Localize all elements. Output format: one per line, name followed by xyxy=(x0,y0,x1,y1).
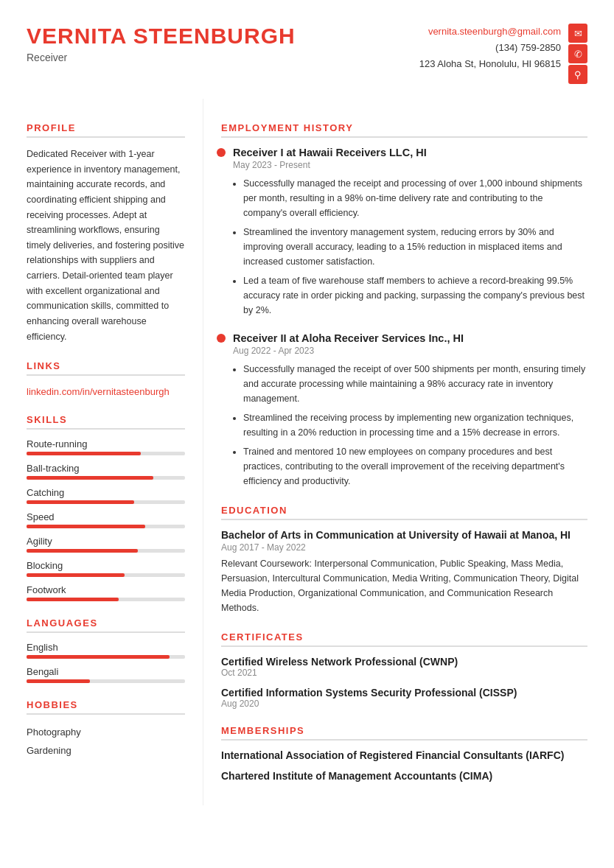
skill-bar-fill xyxy=(27,525,145,528)
skill-label: Route-running xyxy=(27,438,185,449)
skill-label: Speed xyxy=(27,511,185,522)
skill-label: Blocking xyxy=(27,560,185,571)
language-bar-bg xyxy=(27,655,185,659)
certificates-list: Certified Wireless Network Professional … xyxy=(221,656,587,709)
email-link[interactable]: vernita.steenburgh@gmail.com xyxy=(428,26,561,37)
skill-bar-bg xyxy=(27,549,185,553)
education-section-title: EDUCATION xyxy=(221,505,587,520)
candidate-name: VERNITA STEENBURGH xyxy=(27,24,296,49)
education-title: Bachelor of Arts in Communication at Uni… xyxy=(221,529,587,541)
skill-item: Agility xyxy=(27,536,185,553)
certificates-section-title: CERTIFICATES xyxy=(221,631,587,647)
language-label: English xyxy=(27,642,185,653)
hobby-item: Gardening xyxy=(27,742,185,760)
skill-bar-bg xyxy=(27,476,185,480)
skill-bar-fill xyxy=(27,476,153,480)
education-desc: Relevant Coursework: Interpersonal Commu… xyxy=(221,556,587,615)
skill-bar-fill xyxy=(27,549,138,553)
certificate-entry: Certified Information Systems Security P… xyxy=(221,687,587,709)
employment-bullets: Successfully managed the receipt of over… xyxy=(233,362,587,489)
employment-job-title: Receiver I at Hawaii Receivers LLC, HI xyxy=(233,147,427,158)
employment-date: May 2023 - Present xyxy=(233,160,587,170)
certificate-date: Aug 2020 xyxy=(221,699,587,709)
employment-date: Aug 2022 - Apr 2023 xyxy=(233,346,587,356)
membership-entry: International Association of Registered … xyxy=(221,749,587,761)
languages-list: English Bengali xyxy=(27,642,185,683)
languages-section-title: LANGUAGES xyxy=(27,617,185,633)
main-content: PROFILE Dedicated Receiver with 1-year e… xyxy=(0,99,614,827)
employment-list: Receiver I at Hawaii Receivers LLC, HI M… xyxy=(221,147,587,489)
hobby-item: Photography xyxy=(27,724,185,742)
employment-dot xyxy=(217,148,226,157)
language-label: Bengali xyxy=(27,666,185,677)
linkedin-link[interactable]: linkedin.com/in/vernitasteenburgh xyxy=(27,386,170,397)
certificate-date: Oct 2021 xyxy=(221,668,587,678)
profile-text: Dedicated Receiver with 1-year experienc… xyxy=(27,147,185,344)
employment-bullet: Led a team of five warehouse staff membe… xyxy=(243,273,587,318)
memberships-section-title: MEMBERSHIPS xyxy=(221,725,587,741)
skill-bar-bg xyxy=(27,500,185,504)
language-item: Bengali xyxy=(27,666,185,683)
employment-bullet: Successfully managed the receipt of over… xyxy=(243,362,587,406)
employment-bullet: Streamlined the receiving process by imp… xyxy=(243,410,587,440)
header-left: VERNITA STEENBURGH Receiver xyxy=(27,24,296,63)
membership-entry: Chartered Institute of Management Accoun… xyxy=(221,770,587,782)
employment-entry: Receiver I at Hawaii Receivers LLC, HI M… xyxy=(221,147,587,318)
skill-bar-bg xyxy=(27,573,185,577)
hobbies-list: PhotographyGardening xyxy=(27,724,185,760)
skill-bar-fill xyxy=(27,573,125,577)
education-entry: Bachelor of Arts in Communication at Uni… xyxy=(221,529,587,615)
skill-label: Ball-tracking xyxy=(27,463,185,474)
skill-item: Catching xyxy=(27,487,185,504)
employment-bullets: Successfully managed the receipt and pro… xyxy=(233,176,587,318)
employment-bullet: Successfully managed the receipt and pro… xyxy=(243,176,587,220)
education-date: Aug 2017 - May 2022 xyxy=(221,542,587,553)
language-item: English xyxy=(27,642,185,659)
resume-header: VERNITA STEENBURGH Receiver vernita.stee… xyxy=(0,0,614,99)
certificate-entry: Certified Wireless Network Professional … xyxy=(221,656,587,678)
email-icon: ✉ xyxy=(568,24,587,43)
skill-item: Blocking xyxy=(27,560,185,577)
contact-icons: ✉ ✆ ⚲ xyxy=(568,24,587,84)
language-bar-fill xyxy=(27,655,170,659)
skill-bar-bg xyxy=(27,452,185,455)
skill-bar-bg xyxy=(27,598,185,601)
certificate-name: Certified Wireless Network Professional … xyxy=(221,656,587,668)
membership-name: Chartered Institute of Management Accoun… xyxy=(221,770,587,782)
skill-item: Ball-tracking xyxy=(27,463,185,480)
profile-section-title: PROFILE xyxy=(27,122,185,138)
candidate-title: Receiver xyxy=(27,52,296,63)
contact-info: vernita.steenburgh@gmail.com (134) 759-2… xyxy=(419,24,561,72)
employment-dot xyxy=(217,334,226,343)
employment-section-title: EMPLOYMENT HISTORY xyxy=(221,122,587,138)
hobbies-section-title: HOBBIES xyxy=(27,699,185,715)
certificate-name: Certified Information Systems Security P… xyxy=(221,687,587,699)
skills-section-title: SKILLS xyxy=(27,414,185,430)
employment-entry: Receiver II at Aloha Receiver Services I… xyxy=(221,332,587,489)
employment-title-row: Receiver II at Aloha Receiver Services I… xyxy=(221,332,587,344)
address: 123 Aloha St, Honolulu, HI 96815 xyxy=(419,58,561,69)
phone-icon: ✆ xyxy=(568,44,587,63)
left-column: PROFILE Dedicated Receiver with 1-year e… xyxy=(0,99,203,805)
right-column: EMPLOYMENT HISTORY Receiver I at Hawaii … xyxy=(203,99,614,805)
language-bar-fill xyxy=(27,679,90,683)
employment-bullet: Streamlined the inventory management sys… xyxy=(243,225,587,269)
skills-list: Route-running Ball-tracking Catching Spe… xyxy=(27,438,185,601)
links-section-title: LINKS xyxy=(27,360,185,376)
skill-item: Speed xyxy=(27,511,185,528)
skill-bar-fill xyxy=(27,500,134,504)
membership-name: International Association of Registered … xyxy=(221,749,587,761)
education-list: Bachelor of Arts in Communication at Uni… xyxy=(221,529,587,615)
skill-bar-fill xyxy=(27,452,141,455)
location-icon: ⚲ xyxy=(568,65,587,84)
skill-label: Catching xyxy=(27,487,185,498)
skill-label: Agility xyxy=(27,536,185,547)
employment-job-title: Receiver II at Aloha Receiver Services I… xyxy=(233,332,464,344)
skill-item: Route-running xyxy=(27,438,185,455)
links-section: linkedin.com/in/vernitasteenburgh xyxy=(27,385,185,398)
language-bar-bg xyxy=(27,679,185,683)
employment-bullet: Trained and mentored 10 new employees on… xyxy=(243,444,587,489)
skill-bar-bg xyxy=(27,525,185,528)
phone-number: (134) 759-2850 xyxy=(495,42,561,53)
memberships-list: International Association of Registered … xyxy=(221,749,587,782)
